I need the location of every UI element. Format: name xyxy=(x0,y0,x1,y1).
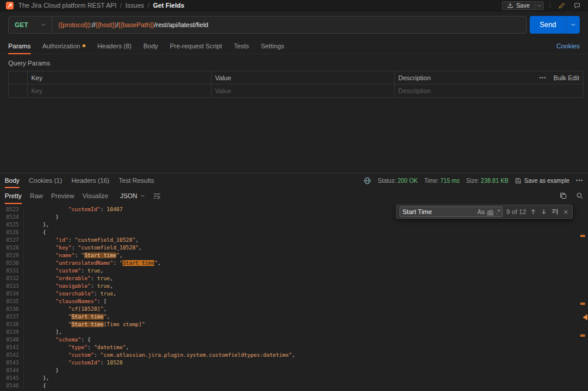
send-options-button[interactable] xyxy=(566,16,580,34)
search-result-marker xyxy=(580,303,585,305)
save-options-button[interactable] xyxy=(534,1,544,10)
param-key-input[interactable] xyxy=(31,87,207,94)
code-token xyxy=(30,306,68,312)
request-tab-tests[interactable]: Tests xyxy=(234,38,249,54)
wrap-text-icon[interactable] xyxy=(153,188,161,204)
response-tab-body[interactable]: Body xyxy=(5,173,19,188)
code-token: : { xyxy=(81,337,91,343)
tab-label: Pre-request Script xyxy=(170,42,222,50)
row-handle-cell xyxy=(9,84,27,97)
code-token: "key" xyxy=(55,245,71,251)
code-text: } xyxy=(24,367,59,374)
code-token xyxy=(30,298,55,304)
code-token xyxy=(30,252,55,258)
find-in-selection-button[interactable] xyxy=(551,208,559,215)
search-result-marker xyxy=(583,314,587,320)
view-tab-visualize[interactable]: Visualize xyxy=(82,188,108,204)
code-token: "customfield_10528" xyxy=(78,245,138,251)
request-tab-pre-request-script[interactable]: Pre-request Script xyxy=(170,38,222,54)
method-select[interactable]: GET xyxy=(9,17,52,33)
breadcrumb-item-the-jira-cloud-platform-rest-api[interactable]: The Jira Cloud platform REST API xyxy=(18,2,117,9)
url-builder: GET {{protocol}}://{{host}}/{{basePath}}… xyxy=(8,16,527,34)
code-token: : xyxy=(94,352,100,358)
postman-app: The Jira Cloud platform REST API/Issues/… xyxy=(0,0,588,391)
view-tab-raw[interactable]: Raw xyxy=(30,188,43,204)
method-label: GET xyxy=(15,21,28,28)
request-tab-headers-8[interactable]: Headers (8) xyxy=(97,38,131,54)
param-value-input[interactable] xyxy=(215,87,391,94)
find-next-button[interactable] xyxy=(540,209,547,215)
chevron-down-icon xyxy=(537,4,541,8)
globe-icon[interactable] xyxy=(364,177,371,185)
code-token: : xyxy=(75,252,81,258)
breadcrumb-item-issues[interactable]: Issues xyxy=(125,2,144,9)
collection-icon xyxy=(6,2,14,9)
bulk-edit-button[interactable]: Bulk Edit xyxy=(554,74,579,81)
code-token: , xyxy=(113,291,116,297)
line-number: 8537 xyxy=(0,313,24,321)
code-token: "datetime" xyxy=(94,344,125,350)
tab-label: Params xyxy=(8,42,31,50)
format-select[interactable]: JSON xyxy=(120,188,145,204)
match-case-icon[interactable]: Aa xyxy=(477,208,484,216)
column-header-key: Key xyxy=(27,71,211,84)
more-options-icon[interactable]: ••• xyxy=(576,178,583,183)
request-tab-settings[interactable]: Settings xyxy=(261,38,285,54)
code-line: 8534 "searchable": true, xyxy=(0,290,588,298)
response-tab-headers-16[interactable]: Headers (16) xyxy=(71,173,109,188)
code-text: "clauseNames": [ xyxy=(24,298,107,305)
request-tab-authorization[interactable]: Authorization xyxy=(42,38,85,54)
response-tab-cookies-1[interactable]: Cookies (1) xyxy=(29,173,62,188)
view-tab-pretty[interactable]: Pretty xyxy=(5,188,22,204)
code-token: "searchable" xyxy=(55,291,94,297)
code-token: : xyxy=(100,360,107,366)
find-prev-button[interactable] xyxy=(530,209,537,215)
save-as-example-button[interactable]: Save as example xyxy=(515,178,570,184)
line-number: 8536 xyxy=(0,305,24,313)
save-button[interactable]: Save xyxy=(502,1,534,10)
code-line: 8528 "key": "customfield_10528", xyxy=(0,244,588,252)
column-header-value: Value xyxy=(211,71,394,84)
cookies-link[interactable]: Cookies xyxy=(556,42,580,50)
edit-icon[interactable] xyxy=(556,1,567,10)
scrollbar[interactable] xyxy=(580,204,588,391)
find-close-button[interactable] xyxy=(563,209,569,215)
view-tab-preview[interactable]: Preview xyxy=(51,188,74,204)
arrow-down-icon xyxy=(541,209,547,215)
code-token: , xyxy=(110,283,113,289)
breadcrumb-item-get-fields[interactable]: Get Fields xyxy=(153,2,184,9)
comments-icon[interactable] xyxy=(572,1,582,10)
request-tab-params[interactable]: Params xyxy=(8,38,31,54)
code-token: { xyxy=(30,383,46,389)
request-tab-body[interactable]: Body xyxy=(143,38,158,54)
copy-icon[interactable] xyxy=(560,192,567,199)
code-token xyxy=(30,275,55,281)
param-description-input[interactable] xyxy=(398,87,579,94)
whole-word-icon[interactable]: ab xyxy=(487,208,494,216)
line-number: 8534 xyxy=(0,290,24,298)
search-icon[interactable] xyxy=(576,192,583,199)
breadcrumb-separator: / xyxy=(120,2,122,9)
find-input[interactable] xyxy=(402,208,475,215)
code-line: 8546 { xyxy=(0,382,588,390)
code-line: 8529 "name": "Start time", xyxy=(0,252,588,259)
code-text: "customId": 10407 xyxy=(24,206,123,213)
code-token: "schema" xyxy=(55,337,81,343)
code-token: "custom" xyxy=(68,352,94,358)
status-value: 200 OK xyxy=(398,178,418,184)
code-text: "Start time[Time stamp]" xyxy=(24,321,145,328)
send-button[interactable]: Send xyxy=(530,16,566,34)
code-token: : xyxy=(100,206,107,212)
code-text: ], xyxy=(24,328,62,336)
response-body-viewer[interactable]: 8523 "customId": 104078524 }8525 },8526 … xyxy=(0,204,588,391)
query-params-table: Key Value Description ••• Bulk Edit xyxy=(8,71,583,98)
more-options-icon[interactable]: ••• xyxy=(539,75,546,81)
column-header-description: Description ••• Bulk Edit xyxy=(394,71,583,84)
code-text: "customId": 10528 xyxy=(24,359,123,367)
code-line: 8531 "custom": true, xyxy=(0,267,588,275)
regex-icon[interactable]: .* xyxy=(496,208,500,216)
line-number: 8525 xyxy=(0,221,24,229)
response-tab-test-results[interactable]: Test Results xyxy=(119,173,154,188)
url-input[interactable]: {{protocol}}://{{host}}/{{basePath}}/res… xyxy=(52,17,526,33)
request-pane: GET {{protocol}}://{{host}}/{{basePath}}… xyxy=(0,11,588,173)
